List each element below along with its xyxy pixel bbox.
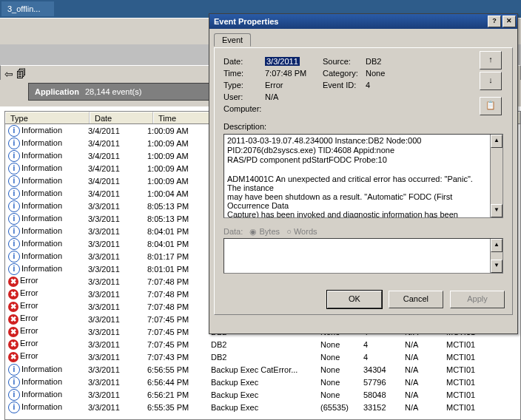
ok-button[interactable]: OK (327, 291, 382, 308)
info-icon: i (8, 251, 20, 262)
tab-event[interactable]: Event (214, 33, 251, 47)
info-icon: i (8, 376, 20, 388)
value-date: 3/3/2011 (265, 57, 323, 66)
error-icon: ✖ (8, 352, 19, 362)
col-type[interactable]: Type (5, 112, 90, 123)
help-button[interactable]: ? (488, 16, 501, 27)
info-icon: i (8, 402, 20, 413)
info-icon: i (8, 364, 20, 376)
info-icon: i (8, 389, 20, 401)
error-icon: ✖ (8, 339, 19, 350)
label-source: Source: (323, 57, 366, 66)
value-category: None (366, 69, 395, 78)
info-icon: i (8, 163, 20, 175)
label-user: User: (223, 92, 265, 101)
label-time: Time: (223, 69, 265, 78)
event-properties-dialog: Event Properties ? ✕ Event ↑ ↓ 📋 Date: 3… (209, 13, 518, 334)
error-icon: ✖ (8, 314, 19, 325)
info-icon: i (8, 150, 20, 162)
scroll-up-icon[interactable]: ▲ (491, 239, 502, 252)
label-eventid: Event ID: (323, 81, 366, 89)
data-scrollbar[interactable]: ▲ ▼ (490, 239, 502, 273)
scroll-up-icon[interactable]: ▲ (491, 135, 502, 148)
table-row[interactable]: iInformation3/3/20116:56:44 PMBackup Exe… (5, 376, 520, 388)
info-icon: i (8, 175, 20, 187)
radio-bytes: ◉ Bytes (249, 227, 280, 236)
cancel-button[interactable]: Cancel (389, 291, 443, 308)
label-date: Date: (223, 57, 265, 66)
info-icon: i (8, 238, 20, 250)
table-row[interactable]: iInformation3/3/20116:56:55 PMBackup Exe… (5, 363, 520, 376)
info-icon: i (8, 188, 20, 200)
info-icon: i (8, 213, 20, 225)
nav-up-button[interactable]: ↑ (480, 51, 502, 70)
taskbar-item[interactable]: 3_offlin... (1, 1, 54, 16)
value-source: DB2 (366, 57, 395, 66)
nav-down-button[interactable]: ↓ (480, 72, 502, 90)
dialog-titlebar[interactable]: Event Properties ? ✕ (209, 14, 517, 29)
description-scrollbar[interactable]: ▲ ▼ (490, 135, 502, 217)
close-button[interactable]: ✕ (502, 16, 516, 27)
dialog-title: Event Properties (214, 17, 278, 26)
label-type: Type: (223, 81, 265, 89)
label-computer: Computer: (223, 104, 265, 113)
error-icon: ✖ (8, 277, 19, 287)
table-row[interactable]: ✖Error3/3/20117:07:45 PMDB2None4N/AMCTI0… (5, 338, 520, 350)
scroll-down-icon[interactable]: ▼ (491, 204, 502, 217)
scroll-down-icon[interactable]: ▼ (491, 260, 502, 273)
table-row[interactable]: iInformation3/3/20116:56:21 PMBackup Exe… (5, 388, 520, 401)
info-icon: i (8, 200, 20, 212)
label-data: Data: (223, 227, 243, 236)
value-time: 7:07:48 PM (265, 69, 323, 78)
apply-button[interactable]: Apply (450, 291, 505, 308)
value-type: Error (265, 81, 323, 89)
value-computer (265, 104, 323, 113)
table-row[interactable]: ✖Error3/3/20117:07:43 PMDB2None4N/AMCTI0… (5, 350, 520, 363)
error-icon: ✖ (8, 327, 19, 337)
label-description: Description: (223, 122, 503, 131)
table-row[interactable]: iInformation3/3/20116:55:35 PMBackup Exe… (5, 401, 520, 413)
channel-title: Application (35, 87, 79, 96)
error-icon: ✖ (8, 289, 19, 299)
info-icon: i (8, 263, 20, 275)
error-icon: ✖ (8, 302, 19, 312)
value-eventid: 4 (366, 81, 395, 89)
toolbar-icons[interactable]: ⇦ 🗐 (4, 68, 27, 80)
description-box[interactable]: 2011-03-03-19.07.48.234000 Instance:DB2 … (223, 134, 503, 218)
value-user: N/A (265, 92, 323, 101)
label-category: Category: (323, 69, 366, 78)
data-box[interactable]: ▲ ▼ (223, 238, 503, 274)
info-icon: i (8, 226, 20, 237)
col-date[interactable]: Date (90, 112, 153, 123)
event-count: 28,144 event(s) (85, 87, 141, 96)
info-icon: i (8, 138, 20, 149)
radio-words: ○ Words (286, 227, 317, 236)
copy-button[interactable]: 📋 (480, 97, 502, 115)
info-icon: i (8, 125, 20, 137)
